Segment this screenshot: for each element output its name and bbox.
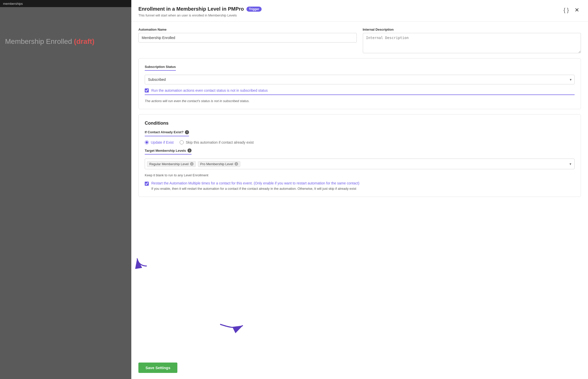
restart-label-group: Restart the Automation Multiple times fo…	[151, 181, 360, 191]
run-automation-info: The actions will run even the contact's …	[145, 99, 575, 103]
modal-title: Enrollment in a Membership Level in PMPr…	[138, 6, 244, 12]
code-icon-button[interactable]: { }	[563, 7, 569, 13]
target-membership-info-icon: i	[187, 148, 192, 153]
skip-automation-label: Skip this automation if contact already …	[186, 140, 254, 144]
if-contact-info-icon: i	[185, 130, 189, 134]
automation-name-input[interactable]	[138, 33, 357, 43]
automation-name-group: Automation Name	[138, 28, 357, 53]
update-if-exist-option[interactable]: Update if Exist	[145, 140, 174, 144]
modal-panel: Enrollment in a Membership Level in PMPr…	[131, 0, 588, 379]
skip-automation-radio[interactable]	[180, 140, 184, 144]
subscription-status-select-wrapper: Subscribed ▾	[145, 75, 575, 84]
subscription-status-select[interactable]: Subscribed	[145, 75, 575, 84]
name-desc-row: Automation Name Internal Description	[138, 28, 581, 53]
restart-checkbox[interactable]	[145, 182, 149, 186]
tags-select-arrow-icon: ▾	[570, 162, 571, 166]
target-membership-select[interactable]: Regular Membership Level × Pro Membershi…	[145, 159, 575, 169]
draft-label: Membership Enrolled (draft)	[5, 37, 127, 46]
tag-regular: Regular Membership Level ×	[147, 161, 196, 167]
update-if-exist-label: Update if Exist	[151, 140, 174, 144]
top-bar: memberships	[0, 0, 132, 7]
target-membership-label: Target Membership Levels i	[145, 148, 192, 155]
modal-body: Automation Name Internal Description Sub…	[131, 22, 588, 358]
close-icon: ✕	[575, 7, 579, 13]
skip-automation-option[interactable]: Skip this automation if contact already …	[180, 140, 254, 144]
draft-status: (draft)	[74, 37, 94, 45]
update-if-exist-radio[interactable]	[145, 140, 149, 144]
internal-desc-group: Internal Description	[363, 28, 581, 53]
bg-content: Membership Enrolled (draft)	[0, 7, 132, 51]
restart-checkbox-row: Restart the Automation Multiple times fo…	[145, 181, 575, 191]
conditions-title: Conditions	[145, 121, 575, 126]
modal-header-left: Enrollment in a Membership Level in PMPr…	[138, 6, 262, 17]
conditions-card: Conditions If Contact Already Exist? i U…	[138, 114, 581, 197]
contact-exist-radio-row: Update if Exist Skip this automation if …	[145, 140, 575, 144]
modal-header: Enrollment in a Membership Level in PMPr…	[131, 0, 588, 22]
internal-desc-label: Internal Description	[363, 28, 581, 31]
subscription-card: Subscription Status Subscribed ▾ Run the…	[138, 58, 581, 109]
modal-header-actions: { } ✕	[563, 6, 581, 14]
restart-label: Restart the Automation Multiple times fo…	[151, 181, 360, 185]
code-icon: { }	[563, 7, 569, 13]
automation-name-label: Automation Name	[138, 28, 357, 31]
modal-subtitle: This funnel will start when an user is e…	[138, 13, 262, 17]
save-area: Save Settings	[131, 358, 588, 379]
trigger-badge: Trigger	[246, 7, 262, 12]
save-settings-button[interactable]: Save Settings	[138, 363, 177, 373]
run-automation-label[interactable]: Run the automation actions even contact …	[151, 88, 268, 92]
keep-blank-text: Keep it blank to run to any Level Enroll…	[145, 173, 575, 177]
run-automation-checkbox[interactable]	[145, 88, 149, 92]
internal-desc-textarea[interactable]	[363, 33, 581, 53]
tag-regular-remove[interactable]: ×	[190, 162, 194, 166]
subscription-status-label: Subscription Status	[145, 65, 176, 71]
run-automation-checkbox-row: Run the automation actions even contact …	[145, 88, 575, 95]
background-panel: memberships Membership Enrolled (draft)	[0, 0, 132, 379]
tag-pro: Pro Membership Level ×	[198, 161, 240, 167]
modal-title-row: Enrollment in a Membership Level in PMPr…	[138, 6, 262, 12]
restart-info-text: If you enable, then it will restart the …	[151, 187, 360, 191]
close-button[interactable]: ✕	[573, 6, 581, 14]
tag-pro-remove[interactable]: ×	[235, 162, 238, 166]
topbar-text: memberships	[3, 2, 23, 6]
if-contact-label: If Contact Already Exist? i	[145, 130, 189, 136]
